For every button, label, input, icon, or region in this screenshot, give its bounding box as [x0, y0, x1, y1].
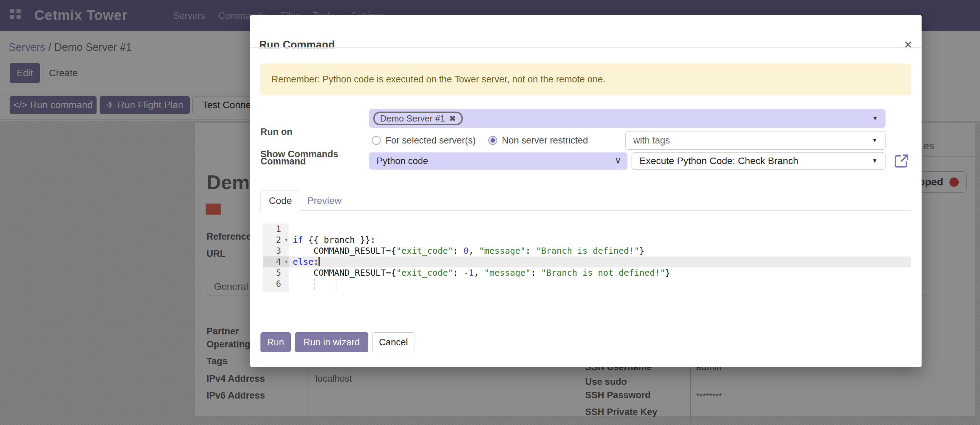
with-tags-select[interactable]: with tags ▼ — [625, 131, 886, 150]
code-token: "Branch is defined!" — [536, 246, 639, 256]
gutter-line-number[interactable]: 2▼ — [263, 235, 289, 246]
dropdown-caret-icon: ▼ — [872, 158, 878, 165]
screen: Cetmix Tower Servers Commands Files Tool… — [0, 0, 980, 425]
code-token: : — [313, 257, 318, 267]
dropdown-caret-icon: ▼ — [872, 115, 878, 122]
code-token: : — [453, 268, 463, 278]
run-command-modal: Run Command ✕ Remember: Python code is e… — [250, 15, 921, 367]
code-token: "message" — [479, 246, 525, 256]
warning-banner: Remember: Python code is executed on the… — [261, 63, 911, 95]
code-line[interactable] — [289, 224, 911, 235]
radio-for-selected-servers[interactable] — [372, 136, 381, 145]
code-token: COMMAND_RESULT={ — [293, 246, 396, 256]
code-token: {{ branch }}: — [303, 235, 375, 245]
code-token: } — [665, 268, 670, 278]
server-tag[interactable]: Demo Server #1 ✖ — [373, 111, 463, 125]
external-link-icon[interactable] — [893, 153, 910, 169]
tab-code[interactable]: Code — [261, 190, 300, 211]
radio-non-server-restricted[interactable] — [488, 136, 497, 145]
indent-guide — [314, 279, 315, 289]
fold-caret-icon[interactable]: ▼ — [285, 235, 288, 246]
code-token: 0 — [463, 246, 469, 256]
close-icon[interactable]: ✕ — [904, 40, 913, 50]
editor-code-area[interactable]: if {{ branch }}: COMMAND_RESULT={"exit_c… — [289, 224, 911, 292]
code-line[interactable]: COMMAND_RESULT={"exit_code": 0, "message… — [289, 246, 911, 257]
command-type-select[interactable]: Python code ∨ — [369, 152, 627, 170]
code-line[interactable] — [289, 278, 911, 289]
code-token: : — [531, 268, 541, 278]
select-chevron-icon: ∨ — [615, 155, 621, 166]
editor-gutter: 12▼34▼56 — [263, 224, 289, 292]
code-token: "Branch is not defined!" — [541, 268, 665, 278]
indent-guide — [336, 279, 336, 289]
code-line[interactable]: if {{ branch }}: — [289, 235, 911, 246]
command-label: Command — [261, 156, 306, 167]
tab-preview[interactable]: Preview — [300, 190, 348, 211]
code-token: -1 — [463, 268, 474, 278]
modal-title: Run Command — [259, 39, 335, 51]
code-token: if — [293, 235, 303, 245]
code-token: "message" — [484, 268, 531, 278]
gutter-line-number[interactable]: 6 — [263, 278, 289, 289]
fold-caret-icon[interactable]: ▼ — [285, 257, 288, 267]
code-editor[interactable]: 12▼34▼56 if {{ branch }}: COMMAND_RESULT… — [263, 224, 911, 296]
gutter-line-number[interactable]: 3 — [263, 246, 289, 257]
show-commands-radios: For selected server(s) Non server restri… — [372, 136, 588, 145]
modal-header-divider — [250, 48, 921, 48]
code-token: "exit_code" — [396, 246, 453, 256]
code-token: , — [474, 268, 484, 278]
gutter-line-number[interactable]: 1 — [263, 224, 289, 235]
dropdown-caret-icon: ▼ — [872, 137, 878, 144]
run-on-multiselect[interactable]: Demo Server #1 ✖ ▼ — [369, 109, 886, 128]
tabbar-border — [261, 211, 911, 211]
cancel-button[interactable]: Cancel — [372, 332, 414, 352]
code-line[interactable]: COMMAND_RESULT={"exit_code": -1, "messag… — [289, 267, 911, 278]
gutter-line-number[interactable]: 5 — [263, 267, 289, 278]
tag-remove-icon[interactable]: ✖ — [449, 114, 456, 123]
code-token: } — [640, 246, 644, 256]
code-token: "exit_code" — [396, 268, 453, 278]
gutter-line-number[interactable]: 4▼ — [263, 257, 289, 267]
show-commands-label: Show Commands — [261, 136, 339, 173]
code-token: COMMAND_RESULT={ — [293, 268, 396, 278]
code-token: : — [525, 246, 536, 256]
text-cursor — [318, 257, 320, 266]
code-token: else — [293, 257, 313, 267]
code-token: : — [453, 246, 463, 256]
run-in-wizard-button[interactable]: Run in wizard — [295, 332, 368, 352]
code-token: , — [469, 246, 479, 256]
run-button[interactable]: Run — [261, 332, 291, 352]
code-line[interactable]: else: — [289, 257, 911, 267]
command-select[interactable]: Execute Python Code: Check Branch ▼ — [632, 152, 886, 170]
